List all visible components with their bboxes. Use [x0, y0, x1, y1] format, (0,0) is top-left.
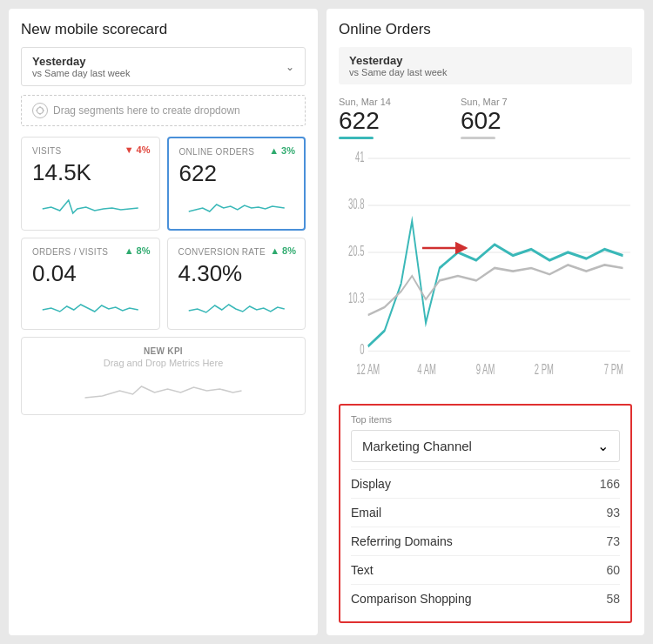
- svg-point-0: [37, 108, 44, 114]
- channel-item-referring: Referring Domains 73: [351, 527, 620, 555]
- drag-icon: [32, 103, 48, 118]
- channel-name-comparison: Comparison Shopping: [351, 592, 472, 606]
- new-kpi-sparkline: [32, 373, 294, 404]
- top-items-section: Top items Marketing Channel ⌄ Display 16…: [339, 404, 632, 623]
- chart-date-current-value: 622: [339, 107, 391, 135]
- app-container: New mobile scorecard Yesterday vs Same d…: [9, 9, 644, 635]
- new-kpi-label: NEW KPI: [32, 346, 294, 356]
- chart-dates: Sun, Mar 14 622 Sun, Mar 7 602: [339, 97, 632, 139]
- chart-date-current-label: Sun, Mar 14: [339, 97, 391, 107]
- chevron-down-icon: ⌄: [286, 61, 294, 73]
- svg-text:12 AM: 12 AM: [356, 362, 380, 378]
- main-date: Yesterday: [32, 55, 131, 68]
- metric-card-online-orders[interactable]: ▲ 3% ONLINE ORDERS 622: [167, 137, 306, 231]
- chart-date-previous: Sun, Mar 7 602: [461, 97, 508, 139]
- channel-name-email: Email: [351, 506, 381, 520]
- channel-value-email: 93: [606, 506, 620, 520]
- drag-segments-area: Drag segments here to create dropdown: [21, 95, 306, 126]
- chart-date-previous-label: Sun, Mar 7: [461, 97, 508, 107]
- svg-text:2 PM: 2 PM: [535, 362, 554, 378]
- visits-value: 14.5K: [32, 159, 149, 186]
- left-panel-title: New mobile scorecard: [21, 21, 306, 38]
- svg-text:10.3: 10.3: [348, 290, 364, 305]
- svg-text:9 AM: 9 AM: [476, 362, 495, 378]
- top-items-label: Top items: [351, 414, 620, 425]
- online-orders-sparkline: [179, 192, 294, 218]
- drag-segments-label: Drag segments here to create dropdown: [53, 104, 240, 117]
- new-kpi-card: NEW KPI Drag and Drop Metrics Here: [21, 337, 306, 415]
- chart-date-previous-value: 602: [461, 107, 508, 135]
- channel-value-display: 166: [600, 477, 620, 491]
- left-panel: New mobile scorecard Yesterday vs Same d…: [9, 9, 318, 635]
- orders-visits-sparkline: [32, 292, 149, 319]
- channel-selector[interactable]: Marketing Channel ⌄: [351, 430, 620, 462]
- chart-svg: 41 30.8 20.5 10.3 0 12 AM 4 AM 9 AM 2: [339, 143, 632, 393]
- channel-value-referring: 73: [606, 534, 620, 548]
- visits-sparkline: [32, 191, 149, 218]
- conversion-rate-value: 4.30%: [178, 260, 295, 287]
- right-panel-title: Online Orders: [339, 21, 632, 38]
- metric-card-orders-visits[interactable]: ▲ 8% ORDERS / VISITS 0.04: [21, 238, 160, 330]
- svg-text:30.8: 30.8: [348, 196, 364, 211]
- svg-text:20.5: 20.5: [348, 243, 364, 258]
- sub-date: vs Same day last week: [32, 68, 131, 78]
- channel-name-text: Text: [351, 563, 374, 577]
- metric-card-visits[interactable]: ▼ 4% VISITS 14.5K: [21, 137, 160, 231]
- date-selector[interactable]: Yesterday vs Same day last week ⌄: [21, 47, 306, 86]
- metrics-grid: ▼ 4% VISITS 14.5K ▲ 3% ONLINE ORDERS 622…: [21, 137, 306, 415]
- channel-item-text: Text 60: [351, 555, 620, 584]
- right-date-selector: Yesterday vs Same day last week: [339, 47, 632, 84]
- svg-text:0: 0: [360, 341, 364, 357]
- right-panel: Online Orders Yesterday vs Same day last…: [326, 9, 644, 635]
- svg-text:4 AM: 4 AM: [417, 362, 436, 378]
- visits-change: ▼ 4%: [125, 144, 151, 155]
- channel-item-email: Email 93: [351, 498, 620, 527]
- channel-item-display: Display 166: [351, 469, 620, 498]
- conversion-rate-change: ▲ 8%: [270, 245, 296, 256]
- new-kpi-sublabel: Drag and Drop Metrics Here: [32, 358, 294, 368]
- channel-selector-text: Marketing Channel: [362, 439, 472, 453]
- svg-text:7 PM: 7 PM: [604, 362, 623, 378]
- right-main-date: Yesterday: [349, 54, 622, 67]
- chart-date-current: Sun, Mar 14 622: [339, 97, 391, 139]
- channel-item-comparison: Comparison Shopping 58: [351, 584, 620, 613]
- channel-name-display: Display: [351, 477, 391, 491]
- online-orders-change: ▲ 3%: [269, 145, 295, 156]
- channel-value-comparison: 58: [606, 592, 620, 606]
- channel-name-referring: Referring Domains: [351, 534, 453, 548]
- channel-list: Display 166 Email 93 Referring Domains 7…: [351, 469, 620, 613]
- chart-date-current-bar: [339, 137, 374, 139]
- arrow-annotation: [421, 238, 473, 258]
- channel-chevron-icon: ⌄: [597, 438, 609, 454]
- date-selector-text: Yesterday vs Same day last week: [32, 55, 131, 78]
- svg-text:41: 41: [355, 149, 365, 164]
- chart-date-previous-bar: [461, 137, 495, 139]
- metric-card-conversion-rate[interactable]: ▲ 8% CONVERSION RATE 4.30%: [167, 238, 306, 330]
- chart-area: 41 30.8 20.5 10.3 0 12 AM 4 AM 9 AM 2: [339, 143, 632, 393]
- online-orders-value: 622: [179, 160, 294, 187]
- orders-visits-change: ▲ 8%: [125, 245, 151, 256]
- channel-value-text: 60: [606, 563, 620, 577]
- right-sub-date: vs Same day last week: [349, 67, 622, 77]
- orders-visits-value: 0.04: [32, 260, 149, 287]
- conversion-rate-sparkline: [178, 292, 295, 319]
